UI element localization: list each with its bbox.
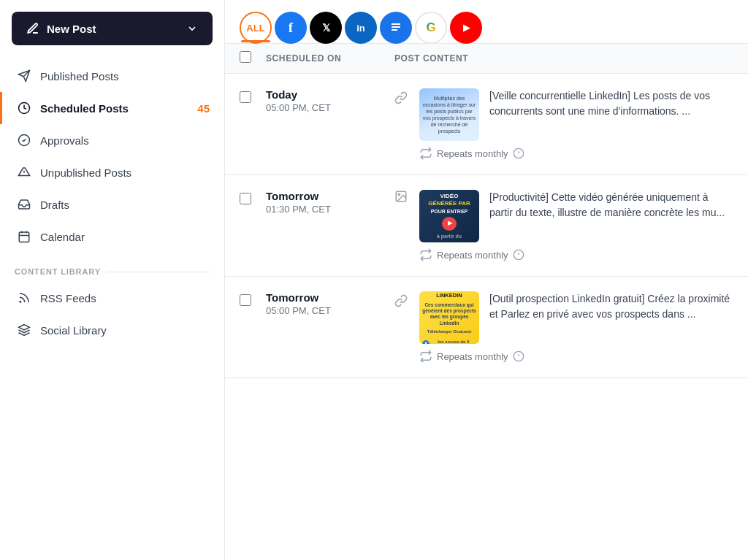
link-icon[interactable] — [394, 91, 408, 104]
svg-rect-16 — [392, 29, 397, 31]
tab-youtube[interactable]: ▶ — [450, 12, 482, 44]
table-header: SCHEDULED ON POST CONTENT — [225, 44, 748, 74]
chevron-down-icon — [186, 23, 198, 34]
platform-tabs: ALL f 𝕏 in G ▶ — [225, 0, 748, 44]
send-icon — [17, 69, 31, 83]
repeat-badge: Repeats monthly — [419, 147, 733, 160]
link-icon[interactable] — [394, 294, 408, 307]
svg-rect-7 — [19, 232, 29, 242]
repeat-label: Repeats monthly — [437, 351, 508, 362]
sidebar-item-approvals[interactable]: Approvals — [0, 124, 224, 156]
new-post-label: New Post — [47, 23, 96, 35]
content-library-section: CONTENT LIBRARY — [0, 253, 224, 282]
info-icon[interactable] — [513, 147, 524, 159]
sidebar-item-scheduled[interactable]: Scheduled Posts 45 — [0, 92, 224, 124]
tab-google[interactable]: G — [415, 12, 447, 44]
col-header-content: POST CONTENT — [394, 53, 733, 64]
image-icon[interactable] — [394, 190, 408, 203]
tab-linkedin[interactable]: in — [345, 12, 377, 44]
posts-list: Today 05:00 PM, CET Multipliez des occas… — [225, 74, 748, 560]
svg-rect-14 — [392, 23, 400, 25]
sidebar-item-social-library[interactable]: Social Library — [0, 314, 224, 346]
repeat-label: Repeats monthly — [437, 148, 508, 159]
post-content-text: [Outil prospection LinkedIn gratuit] Cré… — [489, 291, 733, 322]
repeat-icon — [419, 248, 432, 261]
sidebar-item-approvals-label: Approvals — [40, 134, 89, 147]
post-time: 01:30 PM, CET — [266, 204, 383, 215]
sidebar-item-published-label: Published Posts — [40, 70, 119, 83]
rss-icon — [17, 291, 31, 305]
post-time: 05:00 PM, CET — [266, 305, 383, 316]
calendar-icon — [17, 229, 31, 244]
sidebar-item-unpublished[interactable]: Unpublished Posts — [0, 156, 224, 188]
tab-twitter[interactable]: 𝕏 — [310, 12, 342, 44]
post-checkbox[interactable] — [240, 91, 251, 103]
select-all-checkbox[interactable] — [240, 51, 251, 63]
repeat-label: Repeats monthly — [437, 250, 508, 261]
sidebar-item-drafts-label: Drafts — [40, 199, 69, 211]
sidebar-item-scheduled-label: Scheduled Posts — [40, 102, 129, 115]
post-day: Tomorrow — [266, 190, 383, 202]
post-row: Tomorrow 05:00 PM, CET GROUPES LINKEDIN … — [225, 277, 748, 378]
svg-rect-15 — [392, 26, 400, 28]
tab-all[interactable]: ALL — [240, 12, 272, 44]
youtube-icon: ▶ — [463, 23, 470, 33]
tab-gmb[interactable] — [380, 12, 412, 44]
layers-icon — [17, 323, 31, 337]
clock-icon — [17, 101, 31, 115]
inbox-icon — [17, 197, 31, 212]
sidebar-item-rss[interactable]: RSS Feeds — [0, 282, 224, 314]
sidebar-item-drafts[interactable]: Drafts — [0, 188, 224, 220]
post-day: Tomorrow — [266, 291, 383, 304]
info-icon[interactable] — [513, 350, 524, 362]
tab-all-label: ALL — [246, 23, 264, 34]
check-circle-icon — [17, 133, 31, 147]
sidebar: New Post Published Posts Scheduled Posts… — [0, 0, 225, 560]
post-checkbox[interactable] — [240, 193, 251, 204]
info-icon[interactable] — [513, 249, 524, 261]
post-content-text: [Productivité] Cette vidéo générée uniqu… — [489, 190, 733, 220]
post-thumbnail: GROUPES LINKEDIN Ces commerciaux qui gén… — [419, 291, 479, 344]
content-library-label: CONTENT LIBRARY — [15, 267, 101, 276]
post-thumbnail: VIDÉO GÉNÉRÉE PAR POUR ENTREP ▶ à partir… — [419, 190, 479, 242]
post-row: Tomorrow 01:30 PM, CET VIDÉO GÉNÉRÉE PAR… — [225, 175, 748, 277]
linkedin-icon: in — [356, 23, 365, 34]
thumbnail-text: Multipliez des occasions à titrager sur … — [422, 95, 476, 135]
post-checkbox[interactable] — [240, 294, 251, 306]
svg-point-11 — [20, 302, 21, 303]
alert-triangle-icon — [17, 165, 31, 180]
play-button: ▶ — [442, 217, 457, 231]
svg-marker-12 — [19, 325, 30, 331]
sidebar-item-calendar[interactable]: Calendar — [0, 220, 224, 253]
post-time: 05:00 PM, CET — [266, 102, 383, 113]
repeat-badge: Repeats monthly — [419, 248, 733, 261]
gmb-icon — [389, 20, 403, 36]
scheduled-badge: 45 — [197, 102, 210, 115]
x-icon: 𝕏 — [322, 22, 329, 34]
repeat-icon — [419, 350, 432, 363]
post-row: Today 05:00 PM, CET Multipliez des occas… — [225, 74, 748, 175]
post-day: Today — [266, 88, 383, 101]
tab-facebook[interactable]: f — [275, 12, 307, 44]
sidebar-item-calendar-label: Calendar — [40, 231, 85, 243]
repeat-icon — [419, 147, 432, 160]
repeat-badge: Repeats monthly — [419, 350, 733, 363]
new-post-button[interactable]: New Post — [12, 12, 213, 45]
pencil-icon — [26, 22, 39, 35]
facebook-icon: f — [289, 20, 293, 36]
col-header-scheduled: SCHEDULED ON — [266, 53, 383, 64]
google-icon: G — [426, 20, 435, 35]
main-content: ALL f 𝕏 in G ▶ SCHEDULED ON POST CONTENT — [225, 0, 748, 560]
sidebar-item-rss-label: RSS Feeds — [40, 292, 96, 304]
post-content-text: [Veille concurrentielle LinkedIn] Les po… — [489, 88, 733, 119]
post-thumbnail: Multipliez des occasions à titrager sur … — [419, 88, 479, 141]
svg-point-21 — [398, 193, 400, 195]
sidebar-item-social-library-label: Social Library — [40, 324, 107, 337]
sidebar-item-unpublished-label: Unpublished Posts — [40, 166, 131, 179]
sidebar-item-published[interactable]: Published Posts — [0, 60, 224, 92]
